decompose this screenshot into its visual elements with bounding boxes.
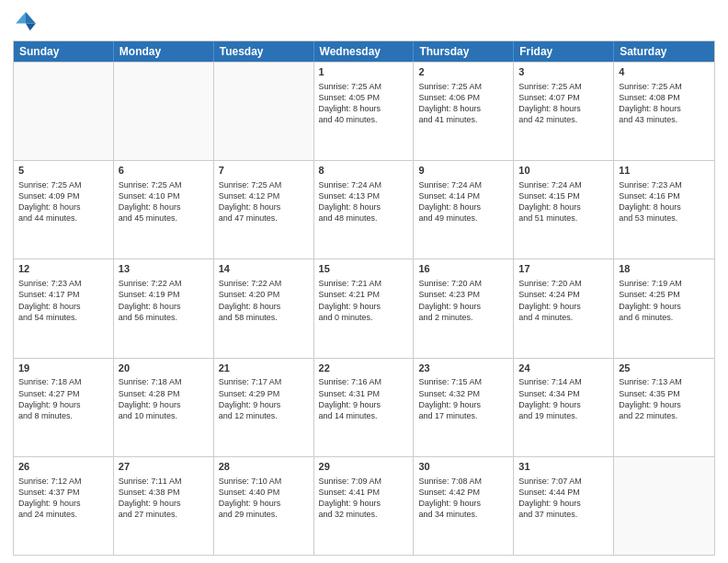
cell-date-number: 19 bbox=[18, 362, 108, 375]
cell-date-number: 11 bbox=[619, 164, 710, 178]
cell-info-text: Sunrise: 7:09 AM Sunset: 4:41 PM Dayligh… bbox=[319, 476, 409, 521]
cell-date-number: 18 bbox=[619, 262, 710, 276]
calendar-cell-16: 16Sunrise: 7:20 AM Sunset: 4:23 PM Dayli… bbox=[414, 259, 514, 357]
calendar-cell-8: 8Sunrise: 7:24 AM Sunset: 4:13 PM Daylig… bbox=[314, 161, 415, 259]
cell-date-number: 9 bbox=[418, 164, 508, 178]
cell-date-number: 25 bbox=[619, 362, 710, 375]
cell-date-number: 3 bbox=[518, 65, 609, 79]
calendar-cell-18: 18Sunrise: 7:19 AM Sunset: 4:25 PM Dayli… bbox=[614, 259, 714, 357]
cell-info-text: Sunrise: 7:25 AM Sunset: 4:10 PM Dayligh… bbox=[119, 179, 209, 224]
cell-info-text: Sunrise: 7:21 AM Sunset: 4:21 PM Dayligh… bbox=[319, 278, 409, 323]
cell-date-number: 22 bbox=[319, 362, 409, 375]
cell-date-number: 17 bbox=[518, 262, 609, 276]
cell-date-number: 28 bbox=[219, 460, 309, 474]
cell-info-text: Sunrise: 7:08 AM Sunset: 4:42 PM Dayligh… bbox=[418, 476, 508, 521]
cell-info-text: Sunrise: 7:10 AM Sunset: 4:40 PM Dayligh… bbox=[219, 476, 309, 521]
cell-info-text: Sunrise: 7:18 AM Sunset: 4:28 PM Dayligh… bbox=[119, 376, 209, 421]
calendar-cell-27: 27Sunrise: 7:11 AM Sunset: 4:38 PM Dayli… bbox=[114, 457, 214, 555]
cell-date-number: 29 bbox=[319, 460, 409, 474]
calendar-row-4: 26Sunrise: 7:12 AM Sunset: 4:37 PM Dayli… bbox=[14, 456, 714, 555]
weekday-header-monday: Monday bbox=[114, 41, 214, 62]
cell-info-text: Sunrise: 7:24 AM Sunset: 4:13 PM Dayligh… bbox=[319, 179, 409, 224]
cell-info-text: Sunrise: 7:15 AM Sunset: 4:32 PM Dayligh… bbox=[418, 376, 508, 421]
cell-info-text: Sunrise: 7:12 AM Sunset: 4:37 PM Dayligh… bbox=[18, 476, 108, 521]
cell-info-text: Sunrise: 7:16 AM Sunset: 4:31 PM Dayligh… bbox=[319, 376, 409, 421]
calendar-cell-6: 6Sunrise: 7:25 AM Sunset: 4:10 PM Daylig… bbox=[114, 161, 214, 259]
cell-info-text: Sunrise: 7:25 AM Sunset: 4:05 PM Dayligh… bbox=[319, 81, 409, 126]
calendar-cell-28: 28Sunrise: 7:10 AM Sunset: 4:40 PM Dayli… bbox=[214, 457, 314, 555]
calendar-cell-30: 30Sunrise: 7:08 AM Sunset: 4:42 PM Dayli… bbox=[414, 457, 514, 555]
calendar-cell-20: 20Sunrise: 7:18 AM Sunset: 4:28 PM Dayli… bbox=[114, 359, 214, 456]
calendar-row-1: 5Sunrise: 7:25 AM Sunset: 4:09 PM Daylig… bbox=[14, 160, 714, 259]
cell-date-number: 26 bbox=[18, 460, 108, 474]
calendar-cell-25: 25Sunrise: 7:13 AM Sunset: 4:35 PM Dayli… bbox=[614, 359, 714, 456]
cell-info-text: Sunrise: 7:25 AM Sunset: 4:06 PM Dayligh… bbox=[418, 81, 508, 126]
cell-info-text: Sunrise: 7:24 AM Sunset: 4:15 PM Dayligh… bbox=[518, 179, 609, 224]
calendar-body: 1Sunrise: 7:25 AM Sunset: 4:05 PM Daylig… bbox=[14, 62, 714, 555]
page: SundayMondayTuesdayWednesdayThursdayFrid… bbox=[0, 0, 728, 563]
cell-date-number: 27 bbox=[119, 460, 209, 474]
cell-date-number: 12 bbox=[18, 262, 108, 276]
calendar-cell-9: 9Sunrise: 7:24 AM Sunset: 4:14 PM Daylig… bbox=[414, 161, 514, 259]
calendar-cell-11: 11Sunrise: 7:23 AM Sunset: 4:16 PM Dayli… bbox=[614, 161, 714, 259]
cell-date-number: 16 bbox=[418, 262, 508, 276]
calendar-row-2: 12Sunrise: 7:23 AM Sunset: 4:17 PM Dayli… bbox=[14, 259, 714, 357]
cell-info-text: Sunrise: 7:20 AM Sunset: 4:23 PM Dayligh… bbox=[418, 278, 508, 323]
cell-info-text: Sunrise: 7:22 AM Sunset: 4:19 PM Dayligh… bbox=[119, 278, 209, 323]
calendar-header: SundayMondayTuesdayWednesdayThursdayFrid… bbox=[14, 41, 714, 62]
calendar-cell-3: 3Sunrise: 7:25 AM Sunset: 4:07 PM Daylig… bbox=[514, 63, 614, 160]
cell-info-text: Sunrise: 7:25 AM Sunset: 4:12 PM Dayligh… bbox=[219, 179, 309, 224]
cell-date-number: 30 bbox=[418, 460, 508, 474]
calendar-cell-empty-4-6 bbox=[614, 457, 714, 555]
cell-info-text: Sunrise: 7:25 AM Sunset: 4:08 PM Dayligh… bbox=[619, 81, 710, 126]
weekday-header-friday: Friday bbox=[514, 41, 614, 62]
cell-date-number: 21 bbox=[219, 362, 309, 375]
cell-info-text: Sunrise: 7:25 AM Sunset: 4:07 PM Dayligh… bbox=[518, 81, 609, 126]
cell-info-text: Sunrise: 7:17 AM Sunset: 4:29 PM Dayligh… bbox=[219, 376, 309, 421]
cell-info-text: Sunrise: 7:11 AM Sunset: 4:38 PM Dayligh… bbox=[119, 476, 209, 521]
calendar-cell-5: 5Sunrise: 7:25 AM Sunset: 4:09 PM Daylig… bbox=[14, 161, 114, 259]
cell-info-text: Sunrise: 7:22 AM Sunset: 4:20 PM Dayligh… bbox=[219, 278, 309, 323]
calendar-cell-12: 12Sunrise: 7:23 AM Sunset: 4:17 PM Dayli… bbox=[14, 259, 114, 357]
svg-marker-1 bbox=[26, 24, 36, 31]
calendar-cell-empty-0-1 bbox=[114, 63, 214, 160]
cell-date-number: 23 bbox=[418, 362, 508, 375]
calendar: SundayMondayTuesdayWednesdayThursdayFrid… bbox=[13, 40, 715, 556]
cell-date-number: 31 bbox=[518, 460, 609, 474]
cell-info-text: Sunrise: 7:25 AM Sunset: 4:09 PM Dayligh… bbox=[18, 179, 108, 224]
calendar-cell-1: 1Sunrise: 7:25 AM Sunset: 4:05 PM Daylig… bbox=[314, 63, 415, 160]
calendar-cell-24: 24Sunrise: 7:14 AM Sunset: 4:34 PM Dayli… bbox=[514, 359, 614, 456]
calendar-cell-22: 22Sunrise: 7:16 AM Sunset: 4:31 PM Dayli… bbox=[314, 359, 415, 456]
weekday-header-thursday: Thursday bbox=[414, 41, 514, 62]
cell-date-number: 24 bbox=[518, 362, 609, 375]
weekday-header-sunday: Sunday bbox=[14, 41, 114, 62]
cell-info-text: Sunrise: 7:07 AM Sunset: 4:44 PM Dayligh… bbox=[518, 476, 609, 521]
weekday-header-tuesday: Tuesday bbox=[214, 41, 314, 62]
calendar-cell-2: 2Sunrise: 7:25 AM Sunset: 4:06 PM Daylig… bbox=[414, 63, 514, 160]
weekday-header-wednesday: Wednesday bbox=[314, 41, 415, 62]
calendar-cell-31: 31Sunrise: 7:07 AM Sunset: 4:44 PM Dayli… bbox=[514, 457, 614, 555]
cell-info-text: Sunrise: 7:13 AM Sunset: 4:35 PM Dayligh… bbox=[619, 376, 710, 421]
cell-info-text: Sunrise: 7:18 AM Sunset: 4:27 PM Dayligh… bbox=[18, 376, 108, 421]
svg-marker-0 bbox=[26, 12, 36, 23]
calendar-cell-29: 29Sunrise: 7:09 AM Sunset: 4:41 PM Dayli… bbox=[314, 457, 415, 555]
calendar-cell-15: 15Sunrise: 7:21 AM Sunset: 4:21 PM Dayli… bbox=[314, 259, 415, 357]
cell-date-number: 6 bbox=[119, 164, 209, 178]
calendar-cell-19: 19Sunrise: 7:18 AM Sunset: 4:27 PM Dayli… bbox=[14, 359, 114, 456]
svg-marker-2 bbox=[16, 12, 26, 23]
cell-date-number: 5 bbox=[18, 164, 108, 178]
calendar-cell-14: 14Sunrise: 7:22 AM Sunset: 4:20 PM Dayli… bbox=[214, 259, 314, 357]
cell-info-text: Sunrise: 7:23 AM Sunset: 4:16 PM Dayligh… bbox=[619, 179, 710, 224]
calendar-cell-empty-0-2 bbox=[214, 63, 314, 160]
calendar-cell-10: 10Sunrise: 7:24 AM Sunset: 4:15 PM Dayli… bbox=[514, 161, 614, 259]
logo bbox=[13, 9, 42, 35]
cell-date-number: 14 bbox=[219, 262, 309, 276]
calendar-row-0: 1Sunrise: 7:25 AM Sunset: 4:05 PM Daylig… bbox=[14, 62, 714, 160]
cell-date-number: 10 bbox=[518, 164, 609, 178]
weekday-header-saturday: Saturday bbox=[614, 41, 714, 62]
logo-icon bbox=[13, 9, 39, 35]
cell-info-text: Sunrise: 7:20 AM Sunset: 4:24 PM Dayligh… bbox=[518, 278, 609, 323]
cell-info-text: Sunrise: 7:24 AM Sunset: 4:14 PM Dayligh… bbox=[418, 179, 508, 224]
calendar-cell-4: 4Sunrise: 7:25 AM Sunset: 4:08 PM Daylig… bbox=[614, 63, 714, 160]
calendar-cell-7: 7Sunrise: 7:25 AM Sunset: 4:12 PM Daylig… bbox=[214, 161, 314, 259]
